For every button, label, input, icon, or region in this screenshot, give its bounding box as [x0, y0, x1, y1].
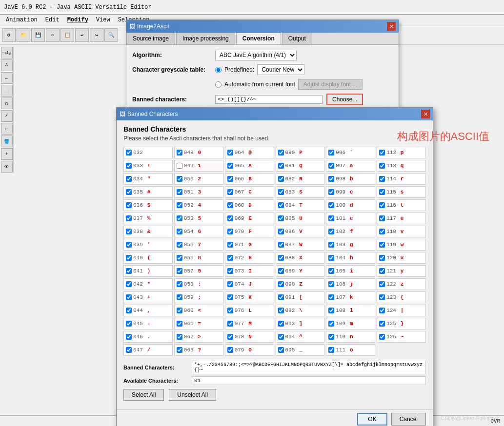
char-checkbox-112[interactable]	[379, 150, 385, 155]
char-checkbox-063[interactable]	[177, 347, 182, 353]
char-checkbox-047[interactable]	[126, 347, 132, 353]
char-checkbox-056[interactable]	[177, 255, 182, 261]
predefined-radio[interactable]	[215, 67, 222, 73]
side-btn-4[interactable]: ◯	[1, 97, 13, 109]
char-checkbox-032[interactable]	[126, 150, 132, 155]
char-checkbox-060[interactable]	[177, 308, 182, 313]
char-checkbox-124[interactable]	[379, 308, 385, 313]
char-checkbox-049[interactable]	[177, 163, 182, 169]
char-checkbox-094[interactable]	[278, 334, 284, 340]
side-btn-9[interactable]: 👁	[1, 161, 13, 173]
side-btn-7[interactable]: 🪣	[1, 136, 13, 147]
char-checkbox-044[interactable]	[126, 308, 132, 313]
menu-animation[interactable]: Animation	[2, 15, 41, 25]
char-checkbox-037[interactable]	[126, 215, 132, 221]
char-checkbox-111[interactable]	[328, 347, 334, 353]
char-checkbox-103[interactable]	[328, 242, 334, 248]
menu-view[interactable]: View	[92, 15, 114, 25]
char-checkbox-040[interactable]	[126, 255, 132, 261]
char-checkbox-089[interactable]	[278, 268, 284, 274]
char-checkbox-039[interactable]	[126, 242, 132, 248]
side-btn-6[interactable]: ⟵	[1, 123, 13, 135]
char-checkbox-050[interactable]	[177, 176, 182, 182]
char-checkbox-035[interactable]	[126, 189, 132, 195]
char-checkbox-072[interactable]	[227, 255, 233, 261]
side-btn-3[interactable]: ⬜	[1, 85, 13, 97]
char-checkbox-115[interactable]	[379, 189, 385, 195]
char-checkbox-046[interactable]	[126, 334, 132, 340]
banned-input[interactable]	[215, 95, 323, 104]
char-checkbox-073[interactable]	[227, 268, 233, 274]
char-checkbox-107[interactable]	[328, 294, 334, 300]
char-checkbox-075[interactable]	[227, 294, 233, 300]
char-checkbox-058[interactable]	[177, 281, 182, 287]
toolbar-btn-1[interactable]: ⚙	[2, 28, 16, 42]
char-checkbox-062[interactable]	[177, 334, 182, 340]
char-checkbox-093[interactable]	[278, 321, 284, 327]
side-btn-8[interactable]: ⌖	[1, 148, 13, 160]
char-checkbox-042[interactable]	[126, 281, 132, 287]
char-checkbox-110[interactable]	[328, 334, 334, 340]
char-checkbox-070[interactable]	[227, 229, 233, 234]
char-checkbox-106[interactable]	[328, 281, 334, 287]
char-checkbox-086[interactable]	[278, 229, 284, 234]
side-btn-algorithm[interactable]: ←alg	[1, 47, 13, 58]
char-checkbox-077[interactable]	[227, 321, 233, 327]
char-checkbox-123[interactable]	[379, 294, 385, 300]
char-checkbox-104[interactable]	[328, 255, 334, 261]
menu-edit[interactable]: Edit	[41, 15, 63, 25]
char-checkbox-078[interactable]	[227, 334, 233, 340]
char-checkbox-082[interactable]	[278, 176, 284, 182]
side-btn-2[interactable]: ✏	[1, 72, 13, 84]
char-checkbox-125[interactable]	[379, 321, 385, 327]
char-checkbox-099[interactable]	[328, 189, 334, 195]
toolbar-btn-6[interactable]: ↩	[75, 28, 89, 42]
char-checkbox-061[interactable]	[177, 321, 182, 327]
toolbar-btn-3[interactable]: 💾	[31, 28, 45, 42]
char-checkbox-069[interactable]	[227, 215, 233, 221]
predefined-font-select[interactable]: Courier New	[257, 64, 304, 75]
side-btn-5[interactable]: /	[1, 110, 13, 122]
unselect-all-btn[interactable]: Unselect All	[169, 389, 216, 401]
char-checkbox-114[interactable]	[379, 176, 385, 182]
cancel-btn[interactable]: Cancel	[391, 413, 426, 426]
char-checkbox-055[interactable]	[177, 242, 182, 248]
char-checkbox-080[interactable]	[278, 150, 284, 155]
char-checkbox-074[interactable]	[227, 281, 233, 287]
char-checkbox-102[interactable]	[328, 229, 334, 234]
char-checkbox-068[interactable]	[227, 202, 233, 208]
char-checkbox-113[interactable]	[379, 163, 385, 169]
char-checkbox-052[interactable]	[177, 202, 182, 208]
char-checkbox-048[interactable]	[177, 150, 182, 155]
char-checkbox-053[interactable]	[177, 215, 182, 221]
side-btn-1[interactable]: A	[1, 59, 13, 71]
char-checkbox-097[interactable]	[328, 163, 334, 169]
char-checkbox-090[interactable]	[278, 281, 284, 287]
char-checkbox-041[interactable]	[126, 268, 132, 274]
toolbar-btn-7[interactable]: ↪	[90, 28, 103, 42]
menu-modify[interactable]: Modify	[63, 15, 92, 25]
char-checkbox-033[interactable]	[126, 163, 132, 169]
char-checkbox-081[interactable]	[278, 163, 284, 169]
char-checkbox-066[interactable]	[227, 176, 233, 182]
toolbar-btn-2[interactable]: 📁	[17, 28, 30, 42]
char-checkbox-092[interactable]	[278, 308, 284, 313]
char-checkbox-051[interactable]	[177, 189, 182, 195]
char-checkbox-043[interactable]	[126, 294, 132, 300]
tab-output[interactable]: Output	[282, 33, 312, 44]
select-all-btn[interactable]: Select All	[123, 389, 164, 401]
char-checkbox-105[interactable]	[328, 268, 334, 274]
auto-font-radio[interactable]	[215, 81, 222, 88]
char-checkbox-117[interactable]	[379, 215, 385, 221]
char-checkbox-095[interactable]	[278, 347, 284, 353]
char-checkbox-121[interactable]	[379, 268, 385, 274]
char-checkbox-054[interactable]	[177, 229, 182, 234]
char-checkbox-096[interactable]	[328, 150, 334, 155]
char-checkbox-126[interactable]	[379, 334, 385, 340]
tab-source-image[interactable]: Source image	[126, 33, 175, 44]
char-checkbox-079[interactable]	[227, 347, 233, 353]
char-checkbox-065[interactable]	[227, 163, 233, 169]
char-checkbox-059[interactable]	[177, 294, 182, 300]
char-checkbox-116[interactable]	[379, 202, 385, 208]
toolbar-btn-8[interactable]: 🔍	[104, 28, 118, 42]
